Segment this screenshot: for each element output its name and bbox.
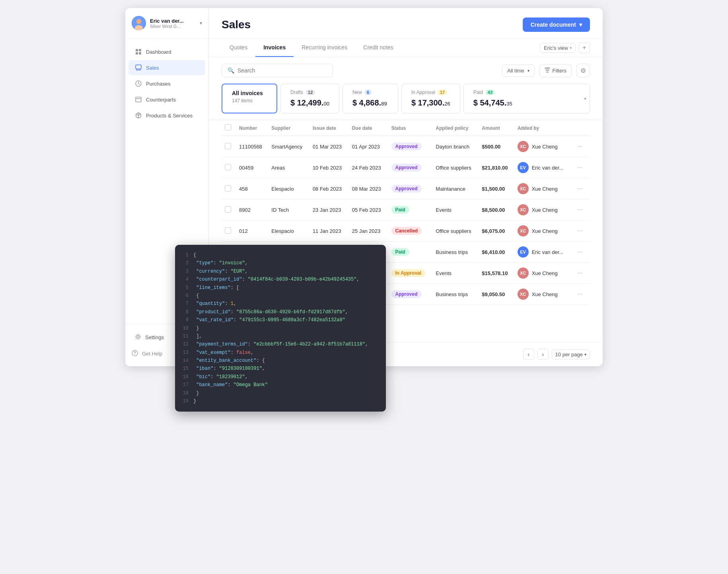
select-all-checkbox[interactable] bbox=[222, 120, 236, 136]
sidebar-item-products[interactable]: Products & Services bbox=[128, 108, 205, 123]
tab-quotes[interactable]: Quotes bbox=[222, 39, 255, 57]
svg-rect-4 bbox=[136, 49, 138, 51]
row-due-date: 25 Jan 2023 bbox=[349, 221, 388, 242]
sidebar-item-dashboard[interactable]: Dashboard bbox=[128, 44, 205, 59]
drafts-label: Drafts bbox=[290, 90, 303, 95]
json-line: 9 "vat_rate_id": "479155c3-0995-4689a3cf… bbox=[181, 316, 380, 324]
col-amount: Amount bbox=[479, 120, 514, 136]
row-added-by: EV Eric van der... bbox=[514, 242, 572, 263]
sidebar-sales-label: Sales bbox=[146, 65, 159, 71]
view-controls: Eric's view ▾ + bbox=[540, 42, 590, 53]
row-amount: $21,810.00 bbox=[479, 157, 514, 178]
row-policy: Business trips bbox=[432, 284, 479, 305]
row-policy: Events bbox=[432, 199, 479, 221]
sidebar-item-counterparts[interactable]: Counterparts bbox=[128, 92, 205, 107]
tab-recurring[interactable]: Recurring invoices bbox=[294, 39, 355, 57]
next-page-button[interactable]: › bbox=[537, 349, 549, 360]
user-info: Eric van der... Silver Wind G... bbox=[150, 18, 196, 29]
row-checkbox[interactable] bbox=[222, 221, 236, 242]
time-filter-label: All time bbox=[507, 68, 524, 74]
col-issue-date: Issue date bbox=[309, 120, 349, 136]
status-card-paid[interactable]: Paid 43 $ 54,745.35 ▾ bbox=[463, 84, 590, 113]
row-policy: Dayton branch bbox=[432, 136, 479, 157]
row-more-actions[interactable]: ··· bbox=[572, 178, 590, 199]
chevron-down-icon: ▾ bbox=[579, 21, 582, 28]
expand-icon[interactable]: ▾ bbox=[584, 96, 586, 102]
filter-icon bbox=[545, 67, 550, 74]
row-more-actions[interactable]: ··· bbox=[572, 136, 590, 157]
row-supplier: Areas bbox=[268, 157, 309, 178]
row-amount: $500.00 bbox=[479, 136, 514, 157]
view-selector[interactable]: Eric's view ▾ bbox=[540, 43, 576, 53]
row-checkbox[interactable] bbox=[222, 157, 236, 178]
add-view-button[interactable]: + bbox=[579, 42, 590, 53]
tabs: Quotes Invoices Recurring invoices Credi… bbox=[222, 39, 401, 57]
filters-label: Filters bbox=[553, 68, 566, 74]
table-row[interactable]: 8902 ID Tech 23 Jan 2023 05 Feb 2023 Pai… bbox=[222, 199, 590, 221]
search-box[interactable]: 🔍 bbox=[222, 64, 333, 77]
row-added-by: XC Xue Cheng bbox=[514, 221, 572, 242]
toolbar: 🔍 All time ▾ Filters ⚙ bbox=[209, 57, 603, 84]
paid-badge: 43 bbox=[485, 90, 495, 95]
sidebar-item-sales[interactable]: Sales bbox=[128, 60, 205, 75]
row-number: 458 bbox=[236, 178, 268, 199]
status-card-all[interactable]: All invoices 147 items bbox=[222, 84, 277, 113]
table-row[interactable]: 012 Elespacio 11 Jan 2023 25 Jan 2023 Ca… bbox=[222, 221, 590, 242]
new-amount: $ 4,868.89 bbox=[352, 98, 388, 107]
row-more-actions[interactable]: ··· bbox=[572, 221, 590, 242]
row-checkbox[interactable] bbox=[222, 136, 236, 157]
col-policy: Applied policy bbox=[432, 120, 479, 136]
all-invoices-label: All invoices bbox=[232, 90, 267, 96]
page-title: Sales bbox=[222, 18, 251, 31]
status-card-drafts[interactable]: Drafts 12 $ 12,499.00 bbox=[280, 84, 339, 113]
table-row[interactable]: 11100568 SmartAgency 01 Mar 2023 01 Apr … bbox=[222, 136, 590, 157]
tab-credit-notes[interactable]: Credit notes bbox=[355, 39, 401, 57]
status-card-approval[interactable]: In Approval 17 $ 17,300.26 bbox=[401, 84, 460, 113]
per-page-selector[interactable]: 10 per page ▾ bbox=[552, 349, 590, 359]
drafts-amount: $ 12,499.00 bbox=[290, 98, 329, 107]
sales-icon bbox=[135, 64, 142, 71]
paid-label: Paid bbox=[473, 90, 483, 95]
filters-button[interactable]: Filters bbox=[539, 64, 572, 77]
sidebar-item-purchases[interactable]: Purchases bbox=[128, 76, 205, 91]
per-page-label: 10 per page bbox=[555, 351, 583, 357]
row-due-date: 01 Apr 2023 bbox=[349, 136, 388, 157]
row-more-actions[interactable]: ··· bbox=[572, 199, 590, 221]
row-checkbox[interactable] bbox=[222, 199, 236, 221]
time-filter-button[interactable]: All time ▾ bbox=[502, 64, 535, 77]
json-line: 14 "entity_bank_account": { bbox=[181, 357, 380, 365]
row-status: Cancelled bbox=[388, 221, 433, 242]
row-added-by: EV Eric van der... bbox=[514, 157, 572, 178]
col-number: Number bbox=[236, 120, 268, 136]
settings-icon bbox=[135, 334, 141, 341]
row-status: In Approval bbox=[388, 263, 433, 284]
sidebar-counterparts-label: Counterparts bbox=[146, 97, 176, 103]
table-row[interactable]: 458 Elespacio 08 Feb 2023 08 Mar 2023 Ap… bbox=[222, 178, 590, 199]
row-more-actions[interactable]: ··· bbox=[572, 157, 590, 178]
view-label: Eric's view bbox=[544, 45, 568, 51]
counterparts-icon bbox=[135, 96, 142, 103]
search-icon: 🔍 bbox=[228, 67, 234, 74]
row-amount: $6,410.00 bbox=[479, 242, 514, 263]
row-issue-date: 10 Feb 2023 bbox=[309, 157, 349, 178]
row-more-actions[interactable]: ··· bbox=[572, 242, 590, 263]
table-row[interactable]: 00459 Areas 10 Feb 2023 24 Feb 2023 Appr… bbox=[222, 157, 590, 178]
table-settings-button[interactable]: ⚙ bbox=[576, 64, 590, 77]
paid-amount: $ 54,745.35 bbox=[473, 98, 580, 107]
row-checkbox[interactable] bbox=[222, 178, 236, 199]
status-card-new[interactable]: New 6 $ 4,868.89 bbox=[343, 84, 398, 113]
row-status: Approved bbox=[388, 178, 433, 199]
prev-page-button[interactable]: ‹ bbox=[523, 349, 534, 360]
row-number: 012 bbox=[236, 221, 268, 242]
create-document-button[interactable]: Create document ▾ bbox=[523, 18, 590, 32]
user-profile[interactable]: Eric van der... Silver Wind G... ▾ bbox=[125, 8, 208, 39]
row-supplier: Elespacio bbox=[268, 178, 309, 199]
json-line: 10 } bbox=[181, 324, 380, 332]
search-input[interactable] bbox=[237, 67, 327, 74]
sidebar-settings-label: Settings bbox=[145, 334, 164, 340]
svg-point-12 bbox=[137, 336, 139, 338]
row-more-actions[interactable]: ··· bbox=[572, 263, 590, 284]
row-more-actions[interactable]: ··· bbox=[572, 284, 590, 305]
json-line: 11 ], bbox=[181, 332, 380, 340]
tab-invoices[interactable]: Invoices bbox=[255, 39, 294, 57]
